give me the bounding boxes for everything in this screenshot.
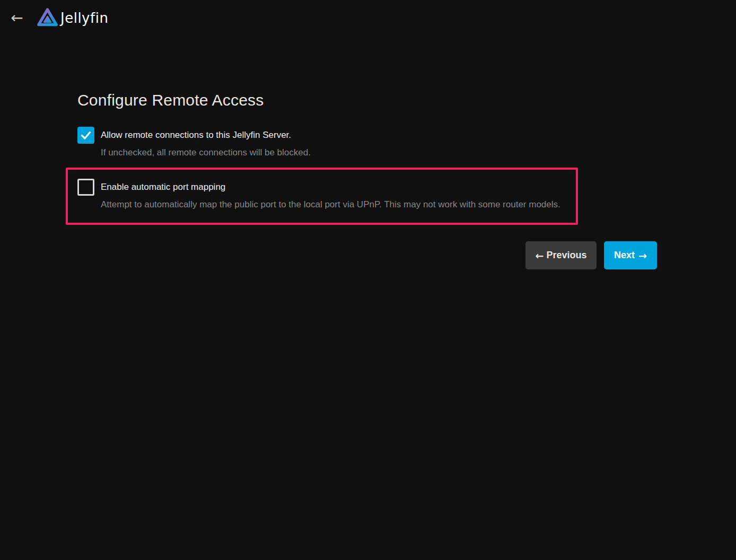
- page-title: Configure Remote Access: [77, 91, 264, 109]
- next-button-label: Next: [614, 250, 635, 261]
- enable-port-mapping-description: Attempt to automatically map the public …: [101, 198, 560, 211]
- field-enable-port-mapping: Enable automatic port mapping Attempt to…: [77, 179, 576, 211]
- app-title: Jellyfin: [60, 10, 108, 26]
- checkmark-icon: [80, 129, 92, 142]
- previous-button-label: Previous: [546, 250, 586, 261]
- enable-port-mapping-checkbox[interactable]: [77, 179, 94, 196]
- allow-remote-connections-description: If unchecked, all remote connections wil…: [101, 146, 311, 159]
- field-text: Enable automatic port mapping Attempt to…: [101, 179, 560, 211]
- back-arrow-icon: ←: [11, 9, 23, 27]
- enable-port-mapping-label[interactable]: Enable automatic port mapping: [101, 179, 560, 196]
- back-button[interactable]: ←: [7, 7, 27, 29]
- app-header: ← Jellyfin: [0, 0, 736, 36]
- left-arrow-icon: ←: [536, 250, 544, 261]
- next-button[interactable]: Next →: [604, 241, 657, 269]
- allow-remote-connections-checkbox[interactable]: [77, 127, 94, 144]
- previous-button[interactable]: ← Previous: [525, 241, 597, 269]
- field-text: Allow remote connections to this Jellyfi…: [101, 127, 311, 159]
- field-allow-remote-connections: Allow remote connections to this Jellyfi…: [77, 127, 555, 159]
- right-arrow-icon: →: [638, 250, 647, 261]
- allow-remote-connections-label[interactable]: Allow remote connections to this Jellyfi…: [101, 127, 311, 144]
- jellyfin-logo-icon: [36, 6, 59, 30]
- wizard-button-row: ← Previous Next →: [525, 241, 657, 269]
